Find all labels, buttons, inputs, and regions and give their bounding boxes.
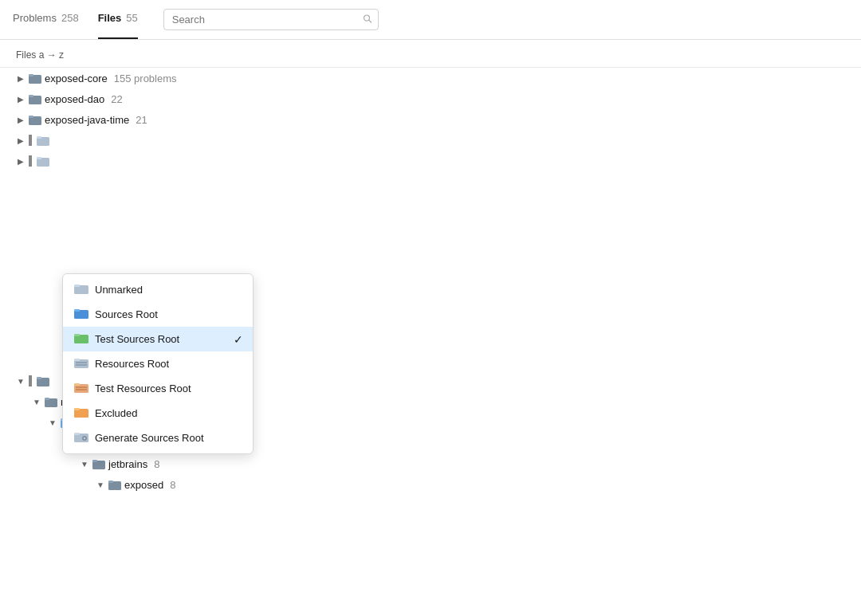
svg-rect-44	[108, 481, 113, 483]
checkmark-icon: ✓	[234, 333, 243, 346]
chevron-icon: ▶	[16, 94, 26, 104]
svg-line-1	[369, 20, 372, 22]
svg-rect-4	[29, 74, 33, 77]
svg-rect-8	[29, 116, 33, 118]
tab-bar: Problems 258 Files 55	[0, 0, 861, 40]
menu-item-sources-root[interactable]: Sources Root	[63, 302, 253, 327]
search-icon	[363, 14, 372, 26]
svg-rect-42	[92, 460, 97, 462]
svg-rect-12	[37, 157, 41, 159]
tree-item-jetbrains[interactable]: ▼ jetbrains 8	[0, 453, 861, 474]
item-count-exposed: 8	[170, 479, 175, 491]
folder-icon-dark	[29, 72, 41, 84]
chevron-icon: ▶	[16, 156, 26, 166]
svg-rect-10	[37, 136, 41, 139]
menu-folder-icon-orange	[74, 406, 88, 420]
item-count: 22	[111, 93, 122, 105]
bar-indicator	[29, 155, 32, 167]
folder-icon	[37, 375, 49, 387]
svg-point-32	[84, 437, 85, 439]
folder-icon-dark	[45, 395, 57, 408]
menu-item-label: Excluded	[95, 407, 137, 419]
svg-rect-6	[29, 95, 33, 97]
tree-item-exposed-java-time[interactable]: ▶ exposed-java-time 21	[0, 109, 861, 130]
svg-rect-36	[45, 398, 49, 400]
chevron-icon: ▼	[96, 480, 105, 489]
folder-icon	[37, 134, 49, 147]
menu-folder-icon-green	[74, 332, 88, 346]
menu-item-resources-root[interactable]: Resources Root	[63, 351, 253, 376]
chevron-icon: ▼	[80, 459, 89, 469]
item-count: 155 problems	[114, 73, 177, 84]
menu-folder-icon-striped	[74, 357, 88, 371]
tab-problems[interactable]: Problems 258	[13, 0, 79, 39]
menu-item-test-sources-root[interactable]: Test Sources Root ✓	[63, 327, 253, 351]
tree-item-exposed-core[interactable]: ▶ exposed-core 155 problems	[0, 68, 861, 88]
menu-folder-icon-orange-striped	[74, 382, 88, 395]
folder-icon-dark	[29, 113, 41, 126]
menu-item-generate-sources-root[interactable]: Generate Sources Root	[63, 426, 253, 450]
menu-folder-icon-gear	[74, 431, 88, 445]
chevron-icon: ▶	[16, 135, 26, 145]
svg-rect-24	[74, 383, 80, 386]
search-input[interactable]	[163, 9, 379, 30]
tree-item-row-dropdown[interactable]: ▶	[0, 130, 861, 151]
file-tree: ▶ exposed-core 155 problems ▶ exposed-da…	[0, 68, 861, 495]
item-name: exposed-java-time	[45, 114, 129, 126]
chevron-icon: ▼	[48, 418, 57, 427]
folder-icon-dark	[108, 478, 121, 491]
context-menu: Unmarked Sources Root Test Sources Root …	[62, 273, 254, 454]
folder-icon-dark	[29, 92, 41, 105]
search-wrapper	[163, 9, 379, 30]
bar-indicator	[29, 375, 32, 386]
svg-rect-20	[74, 359, 80, 361]
svg-rect-34	[37, 377, 41, 379]
item-count: 21	[136, 114, 147, 126]
svg-rect-30	[74, 433, 80, 435]
files-label: Files	[98, 12, 122, 24]
menu-item-unmarked[interactable]: Unmarked	[63, 277, 253, 302]
bar-indicator	[29, 135, 32, 146]
chevron-icon: ▶	[16, 115, 26, 124]
menu-item-label: Resources Root	[95, 358, 169, 370]
problems-count: 258	[61, 12, 79, 24]
item-name-jetbrains: jetbrains	[108, 458, 147, 470]
svg-rect-14	[74, 284, 80, 287]
tree-item-exposed-dao[interactable]: ▶ exposed-dao 22	[0, 88, 861, 109]
menu-folder-icon-plain	[74, 283, 88, 296]
chevron-icon: ▼	[16, 376, 26, 386]
folder-icon	[37, 155, 49, 167]
chevron-icon: ▶	[16, 73, 26, 83]
menu-item-label: Sources Root	[95, 308, 158, 320]
folder-icon-dark	[92, 457, 105, 470]
files-header: Files a → z	[0, 40, 861, 67]
menu-item-excluded[interactable]: Excluded	[63, 401, 253, 426]
menu-folder-icon-blue	[74, 308, 88, 321]
tab-files[interactable]: Files 55	[98, 0, 138, 39]
item-name-exposed: exposed	[124, 479, 163, 491]
tree-item-exposed[interactable]: ▼ exposed 8	[0, 474, 861, 495]
menu-item-label: Test Resources Root	[95, 383, 191, 394]
item-name: exposed-dao	[45, 93, 104, 105]
menu-item-label: Test Sources Root	[95, 333, 179, 345]
svg-rect-18	[74, 334, 80, 336]
files-count: 55	[126, 12, 137, 24]
svg-rect-28	[74, 408, 80, 410]
menu-item-label: Unmarked	[95, 284, 143, 296]
item-count-jetbrains: 8	[154, 458, 159, 470]
menu-item-test-resources-root[interactable]: Test Resources Root	[63, 376, 253, 401]
menu-item-label: Generate Sources Root	[95, 432, 204, 444]
svg-rect-16	[74, 309, 80, 312]
chevron-icon: ▼	[32, 397, 41, 406]
problems-label: Problems	[13, 12, 57, 24]
item-name: exposed-core	[45, 73, 108, 84]
tree-item-row2[interactable]: ▶	[0, 151, 861, 171]
